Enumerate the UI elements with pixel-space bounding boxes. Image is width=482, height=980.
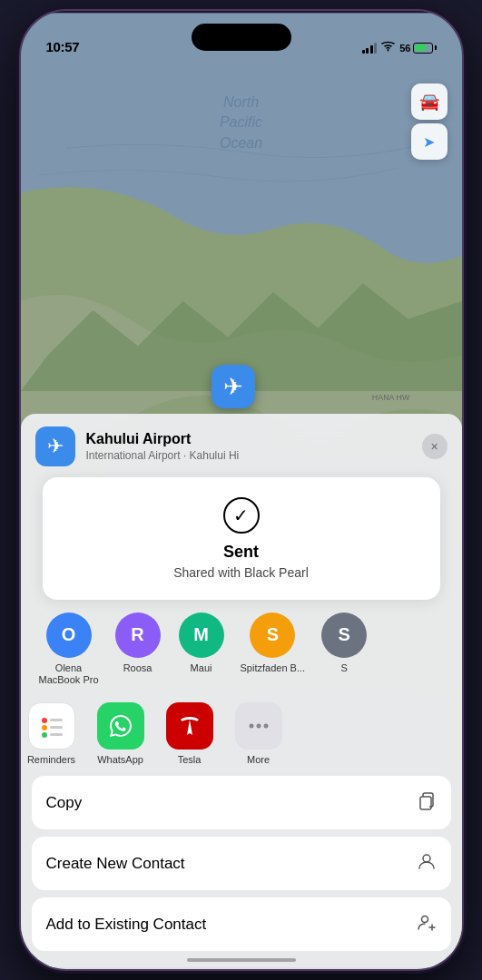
airport-info: ✈ Kahului Airport International Airport … xyxy=(35,426,240,466)
shared-with-row: O OlenaMacBook Pro R Roosa M Maui S Spit… xyxy=(35,609,448,695)
sent-subtitle: Shared with Black Pearl xyxy=(61,565,422,580)
airport-pin: ✈ xyxy=(211,365,255,408)
close-button[interactable]: × xyxy=(422,434,448,459)
dynamic-island xyxy=(192,24,291,51)
share-person-1[interactable]: O OlenaMacBook Pro xyxy=(39,612,99,686)
share-person-5[interactable]: S S xyxy=(320,612,369,686)
airport-icon: ✈ xyxy=(35,426,75,466)
whatsapp-label: WhatsApp xyxy=(97,754,143,765)
bottom-sheet: ✈ Kahului Airport International Airport … xyxy=(21,414,462,969)
wifi-icon xyxy=(381,41,395,54)
svg-rect-10 xyxy=(104,710,137,742)
location-button[interactable]: ➤ xyxy=(411,123,448,160)
avatar-roosa: R xyxy=(115,612,161,658)
share-person-2[interactable]: R Roosa xyxy=(113,612,162,686)
svg-rect-9 xyxy=(50,733,63,736)
copy-button[interactable]: Copy xyxy=(32,776,451,829)
app-row: Reminders WhatsApp xyxy=(21,695,462,776)
svg-point-17 xyxy=(423,855,430,862)
svg-rect-7 xyxy=(50,719,63,721)
status-icons: 56 xyxy=(362,41,437,54)
reminders-icon xyxy=(28,702,75,750)
sent-checkmark-icon: ✓ xyxy=(223,497,260,534)
map-text-line2: Pacific xyxy=(220,113,262,132)
add-contact-icon xyxy=(417,912,437,936)
signal-icon xyxy=(362,43,378,54)
map-text-line3: Ocean xyxy=(220,133,262,153)
more-label: More xyxy=(247,754,270,765)
status-time: 10:57 xyxy=(46,39,80,54)
avatar-olena: O xyxy=(46,612,92,658)
sent-title: Sent xyxy=(61,543,422,562)
airport-header: ✈ Kahului Airport International Airport … xyxy=(35,426,448,466)
home-indicator xyxy=(187,958,296,962)
create-contact-label: Create New Contact xyxy=(46,855,185,873)
avatar-maui: M xyxy=(179,612,224,658)
phone-shell: 10:57 56 xyxy=(19,9,464,971)
app-reminders[interactable]: Reminders xyxy=(25,702,79,765)
share-person-3[interactable]: M Maui xyxy=(177,612,226,686)
airport-name: Kahului Airport xyxy=(86,431,240,447)
tesla-icon xyxy=(166,702,213,750)
person-name-1: OlenaMacBook Pro xyxy=(39,662,99,686)
svg-point-0 xyxy=(388,50,389,52)
person-name-2: Roosa xyxy=(123,662,152,674)
airport-text: Kahului Airport International Airport · … xyxy=(86,431,240,462)
reminders-label: Reminders xyxy=(27,754,75,765)
whatsapp-icon xyxy=(97,702,144,750)
svg-point-4 xyxy=(42,718,47,723)
svg-point-5 xyxy=(42,725,47,730)
sent-card: ✓ Sent Shared with Black Pearl xyxy=(43,477,440,600)
add-contact-label: Add to Existing Contact xyxy=(46,916,207,934)
share-person-4[interactable]: S Spitzfaden B... xyxy=(241,612,306,686)
avatar-spitzfaden: S xyxy=(250,612,295,658)
copy-icon xyxy=(417,790,437,815)
create-contact-button[interactable]: Create New Contact xyxy=(32,837,451,890)
action-rows: Copy Create New Contact xyxy=(21,776,462,969)
create-contact-icon xyxy=(417,851,437,876)
car-route-button[interactable]: 🚘 xyxy=(411,83,448,120)
svg-point-15 xyxy=(263,724,268,729)
svg-point-18 xyxy=(421,916,428,923)
svg-rect-16 xyxy=(420,797,431,809)
svg-point-13 xyxy=(249,724,253,729)
svg-point-6 xyxy=(42,732,47,738)
app-tesla[interactable]: Tesla xyxy=(162,702,217,765)
airport-card: ✈ Kahului Airport International Airport … xyxy=(21,414,462,695)
avatar-s: S xyxy=(321,612,367,658)
person-name-5: S xyxy=(340,662,347,674)
svg-rect-8 xyxy=(50,726,63,729)
person-name-4: Spitzfaden B... xyxy=(241,662,306,674)
copy-label: Copy xyxy=(46,794,83,812)
airport-subtitle: International Airport · Kahului Hi xyxy=(86,449,240,462)
battery-icon: 56 xyxy=(399,43,436,54)
person-name-3: Maui xyxy=(191,662,212,674)
battery-label: 56 xyxy=(399,43,410,54)
more-icon xyxy=(235,702,282,750)
map-controls: 🚘 ➤ xyxy=(411,83,448,160)
svg-point-14 xyxy=(256,724,261,729)
map-text-line1: North xyxy=(220,93,262,113)
add-contact-button[interactable]: Add to Existing Contact xyxy=(32,897,451,951)
tesla-label: Tesla xyxy=(178,754,202,765)
map-label: North Pacific Ocean xyxy=(220,93,262,153)
app-whatsapp[interactable]: WhatsApp xyxy=(93,702,148,765)
app-more[interactable]: More xyxy=(231,702,286,765)
